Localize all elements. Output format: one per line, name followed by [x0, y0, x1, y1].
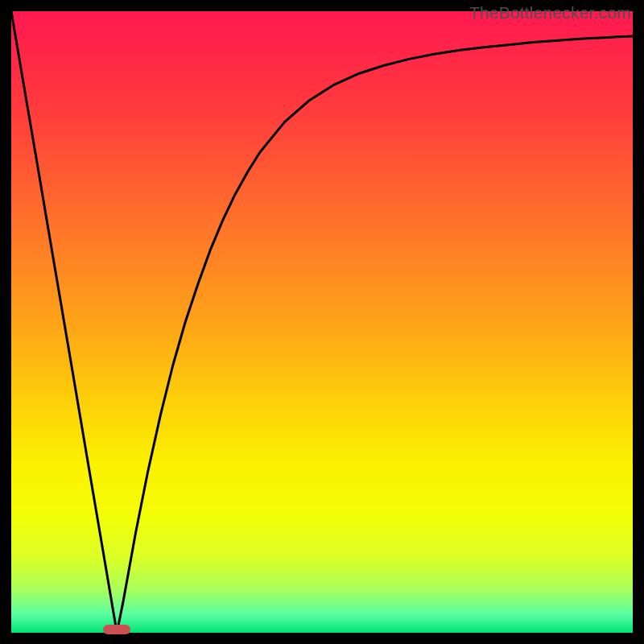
- plot-frame: [11, 11, 633, 633]
- optimal-range-marker: [103, 625, 130, 634]
- watermark-text: TheBottlenecker.com: [469, 3, 631, 23]
- bottleneck-curve: [11, 11, 633, 633]
